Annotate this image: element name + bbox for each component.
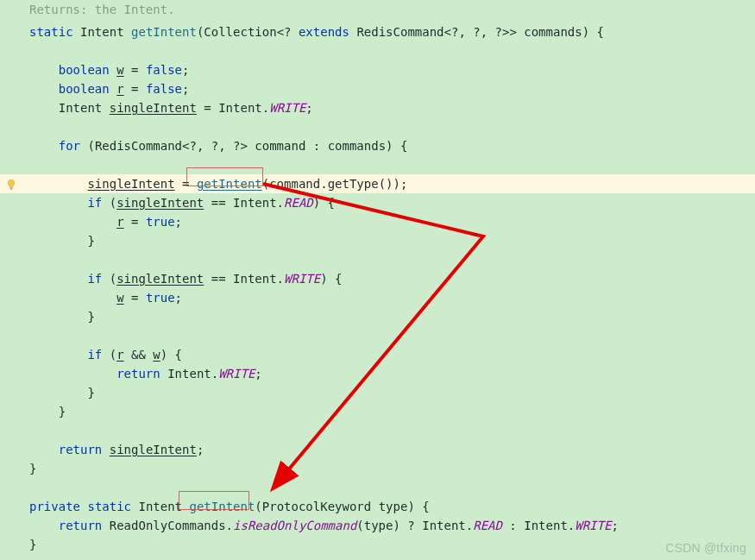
code-line[interactable]: }	[0, 383, 755, 402]
code-editor[interactable]: Returns: the Intent. static Intent getIn…	[0, 0, 755, 554]
doc-hint-line: Returns: the Intent.	[0, 0, 755, 19]
code-line[interactable]: if (singleIntent == Intent.READ) {	[0, 193, 755, 212]
code-line[interactable]: boolean w = false;	[0, 60, 755, 79]
code-line[interactable]: static Intent getIntent(Collection<? ext…	[0, 22, 755, 41]
svg-rect-1	[10, 189, 12, 190]
code-line[interactable]: r = true;	[0, 212, 755, 231]
doc-hint: Returns: the Intent.	[29, 3, 175, 16]
code-line[interactable]: Intent singleIntent = Intent.WRITE;	[0, 98, 755, 117]
code-line[interactable]: return Intent.WRITE;	[0, 364, 755, 383]
code-line[interactable]: return singleIntent;	[0, 440, 755, 459]
svg-rect-0	[9, 188, 12, 189]
code-line[interactable]: }	[0, 535, 755, 554]
gutter	[0, 0, 24, 19]
code-line[interactable]: }	[0, 307, 755, 326]
code-line[interactable]: if (singleIntent == Intent.WRITE) {	[0, 269, 755, 288]
code-line[interactable]: w = true;	[0, 288, 755, 307]
code-line[interactable]: return ReadOnlyCommands.isReadOnlyComman…	[0, 516, 755, 535]
code-line[interactable]: }	[0, 231, 755, 250]
code-line[interactable]: for (RedisCommand<?, ?, ?> command : com…	[0, 136, 755, 155]
code-line[interactable]: }	[0, 402, 755, 421]
bulb-icon[interactable]	[5, 177, 17, 189]
highlighted-line[interactable]: singleIntent = getIntent(command.getType…	[0, 174, 755, 193]
code-line[interactable]: private static Intent getIntent(Protocol…	[0, 497, 755, 516]
code-line[interactable]: if (r && w) {	[0, 345, 755, 364]
code-line[interactable]: boolean r = false;	[0, 79, 755, 98]
code-line[interactable]: }	[0, 459, 755, 478]
